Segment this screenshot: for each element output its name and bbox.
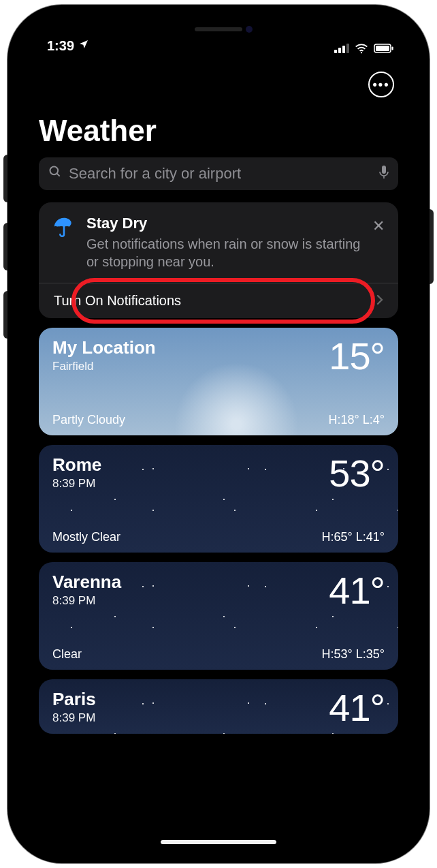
city-list: My LocationFairfield15°Partly CloudyH:18… <box>20 318 417 734</box>
city-name: Rome <box>52 454 101 476</box>
city-condition: Mostly Clear <box>52 530 120 544</box>
svg-line-5 <box>57 174 60 176</box>
city-tile[interactable]: Paris8:39 PM41° <box>39 679 398 734</box>
city-name: My Location <box>52 337 156 358</box>
city-subtitle: 8:39 PM <box>52 477 101 491</box>
svg-rect-2 <box>376 46 389 51</box>
city-hilow: H:18° L:4° <box>329 413 385 427</box>
city-condition: Partly Cloudy <box>52 413 125 427</box>
city-temp: 53° <box>329 454 385 493</box>
phone-frame: 1:39 ••• Weather <box>7 5 430 863</box>
svg-rect-6 <box>382 166 386 174</box>
search-bar[interactable] <box>39 157 398 190</box>
more-options-button[interactable]: ••• <box>368 72 394 97</box>
location-services-icon <box>78 39 89 53</box>
city-temp: 15° <box>329 337 385 375</box>
city-name: Varenna <box>52 572 121 593</box>
turn-on-notifications-button[interactable]: Turn On Notifications <box>39 283 398 318</box>
city-tile[interactable]: Rome8:39 PM53°Mostly ClearH:65° L:41° <box>39 445 398 553</box>
home-indicator[interactable] <box>161 840 276 844</box>
city-subtitle: 8:39 PM <box>52 594 121 608</box>
page-title: Weather <box>39 114 398 157</box>
wifi-icon <box>355 43 368 54</box>
city-hilow: H:65° L:41° <box>322 530 385 544</box>
umbrella-icon <box>52 215 76 270</box>
notif-action-label: Turn On Notifications <box>54 293 181 309</box>
stay-dry-card: Stay Dry Get notifications when rain or … <box>39 202 398 318</box>
search-input[interactable] <box>69 165 372 183</box>
city-condition: Clear <box>52 647 82 662</box>
city-hilow: H:53° L:35° <box>322 647 385 662</box>
mic-icon[interactable] <box>379 166 389 183</box>
city-tile[interactable]: Varenna8:39 PM41°ClearH:53° L:35° <box>39 562 398 670</box>
search-icon <box>48 165 62 183</box>
status-time: 1:39 <box>47 38 74 54</box>
city-temp: 41° <box>329 572 385 610</box>
svg-rect-3 <box>392 47 393 50</box>
screen: 1:39 ••• Weather <box>20 17 417 851</box>
close-icon[interactable]: ✕ <box>370 215 387 238</box>
svg-point-4 <box>50 167 59 175</box>
cellular-signal-icon <box>334 44 349 53</box>
city-subtitle: 8:39 PM <box>52 711 96 725</box>
notif-title: Stay Dry <box>86 215 368 232</box>
city-subtitle: Fairfield <box>52 360 156 373</box>
notif-body: Get notifications when rain or snow is s… <box>86 235 368 270</box>
city-tile[interactable]: My LocationFairfield15°Partly CloudyH:18… <box>39 328 398 435</box>
chevron-right-icon <box>376 293 383 309</box>
city-temp: 41° <box>329 689 385 727</box>
battery-icon <box>374 44 394 53</box>
svg-point-0 <box>361 52 362 53</box>
city-name: Paris <box>52 689 96 710</box>
notch <box>137 17 300 42</box>
